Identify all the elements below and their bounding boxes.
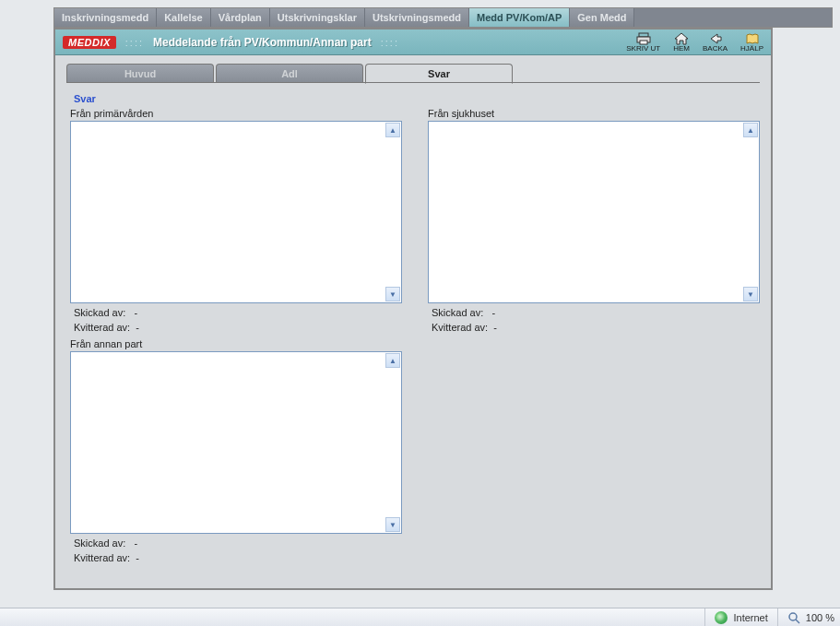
content-area: Svar Från primärvården ▲ ▼ Skickad av: -… [55,84,771,573]
meta-sjukhuset-skickad: Skickad av: - [432,307,760,318]
status-zone: Internet [705,608,776,626]
kvitterad-value: - [136,552,139,563]
skickad-value: - [491,307,495,318]
svg-rect-0 [639,33,648,37]
zoom-value: 100 % [806,612,834,623]
status-zone-label: Internet [733,612,767,623]
printer-icon [636,32,651,45]
back-button[interactable]: BACKA [703,32,728,53]
home-button[interactable]: HEM [673,32,690,53]
kvitterad-label: Kvitterad av: [74,322,130,333]
status-zoom[interactable]: 100 % [777,608,840,626]
scroll-up-icon[interactable]: ▲ [385,353,400,368]
internet-zone-icon [715,611,728,624]
skickad-value: - [134,537,137,549]
kvitterad-label: Kvitterad av: [432,322,488,333]
header-toolbar: SKRIV UT HEM BACKA HJÄLP [626,32,763,53]
svg-rect-2 [640,41,647,44]
column-sjukhuset: Från sjukhuset ▲ ▼ Skickad av: - Kvitter… [428,106,760,563]
tab-utskrivningsklar[interactable]: Utskrivningsklar [270,8,365,27]
subtab-underline [66,82,760,83]
home-icon [674,32,689,45]
meta-primarvarden-skickad: Skickad av: - [74,307,402,318]
zoom-icon [787,611,800,624]
scroll-down-icon[interactable]: ▼ [743,287,758,301]
svg-line-5 [796,620,799,623]
skickad-label: Skickad av: [74,537,125,549]
label-sjukhuset: Från sjukhuset [428,108,760,119]
print-button[interactable]: SKRIV UT [626,32,660,53]
main-panel: MEDDIX :::: Meddelande från PV/Kommun/An… [53,28,773,590]
scroll-up-icon[interactable]: ▲ [385,123,400,137]
home-label: HEM [673,45,690,53]
scroll-up-icon[interactable]: ▲ [743,123,758,137]
textarea-sjukhuset[interactable]: ▲ ▼ [428,121,760,303]
svg-point-4 [789,613,797,620]
svg-marker-3 [675,33,688,44]
page-title: Meddelande från PV/Kommun/Annan part [153,36,372,49]
scroll-down-icon[interactable]: ▼ [385,517,400,532]
meta-primarvarden-kvitterad: Kvitterad av: - [74,322,402,333]
kvitterad-value: - [136,322,139,333]
tab-inskrivningsmedd[interactable]: Inskrivningsmedd [54,8,157,27]
meta-annan-skickad: Skickad av: - [74,537,402,549]
tab-gen-medd[interactable]: Gen Medd [570,8,634,27]
decoration-dots: :::: [125,37,144,48]
app-logo: MEDDIX [63,36,116,49]
section-title-svar: Svar [74,93,756,104]
top-tab-bar: Inskrivningsmedd Kallelse Vårdplan Utskr… [53,7,833,28]
help-book-icon [745,32,760,45]
panel-header: MEDDIX :::: Meddelande från PV/Kommun/An… [55,30,771,55]
label-annan: Från annan part [70,338,402,349]
browser-status-bar: Internet 100 % [0,608,840,626]
tab-vardplan[interactable]: Vårdplan [211,8,270,27]
meta-sjukhuset-kvitterad: Kvitterad av: - [432,322,760,333]
print-label: SKRIV UT [626,45,660,53]
textarea-annan[interactable]: ▲ ▼ [70,351,402,534]
subtab-huvud[interactable]: Huvud [66,64,214,83]
help-button[interactable]: HJÄLP [740,32,763,53]
skickad-value: - [134,307,137,318]
help-label: HJÄLP [740,45,763,53]
decoration-dots: :::: [381,37,399,48]
textarea-primarvarden[interactable]: ▲ ▼ [70,121,402,303]
status-spacer [0,608,705,626]
column-primarvarden: Från primärvården ▲ ▼ Skickad av: - Kvit… [70,106,402,563]
kvitterad-label: Kvitterad av: [74,552,130,563]
tab-kallelse[interactable]: Kallelse [157,8,211,27]
back-label: BACKA [703,45,728,53]
meta-annan-kvitterad: Kvitterad av: - [74,552,402,563]
subtab-svar[interactable]: Svar [365,64,513,84]
skickad-label: Skickad av: [74,307,125,318]
kvitterad-value: - [493,322,497,333]
scroll-down-icon[interactable]: ▼ [385,287,400,301]
sub-tab-bar: Huvud Adl Svar [66,63,771,83]
tab-medd-pv-kom-ap[interactable]: Medd PV/Kom/AP [469,8,570,27]
back-arrow-icon [708,32,723,45]
label-primarvarden: Från primärvården [70,108,402,119]
skickad-label: Skickad av: [432,307,483,318]
subtab-adl[interactable]: Adl [216,64,363,83]
tab-utskrivningsmedd[interactable]: Utskrivningsmedd [365,8,469,27]
